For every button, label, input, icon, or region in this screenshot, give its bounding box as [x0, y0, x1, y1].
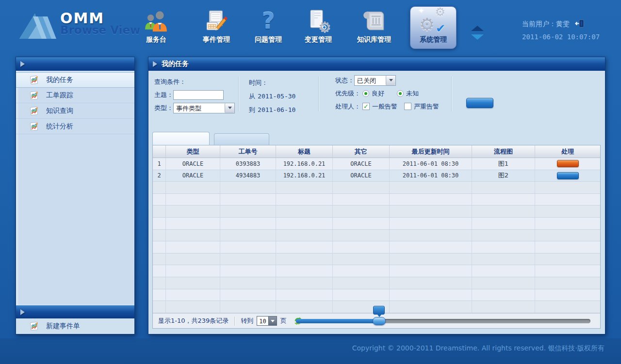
scroll-up-icon[interactable] [471, 26, 484, 31]
sidebar-item-statistics[interactable]: 统计分析 [16, 119, 134, 134]
col-header-action[interactable]: 处理 [535, 145, 600, 158]
radio-checked-icon[interactable] [397, 90, 404, 97]
filter-col-time: 时间： 从 2011-05-30 到 2011-06-10 [249, 77, 295, 118]
cell-title: 192.168.0.21 [276, 158, 333, 170]
sidebar-item-label: 新建事件单 [46, 322, 80, 331]
logout-icon[interactable] [574, 19, 584, 29]
cell-action [535, 158, 600, 170]
col-header-order-no[interactable]: 工单号 [220, 145, 276, 158]
priority-option-unknown[interactable]: 未知 [397, 89, 419, 98]
table-row-empty [153, 182, 600, 194]
status-select-value: 已关闭 [355, 76, 386, 85]
cell-other: ORACLE [333, 158, 390, 170]
sidebar-header-bar [16, 57, 134, 71]
col-header-updated[interactable]: 最后更新时间 [390, 145, 472, 158]
record-summary: 显示1-10，共239条记录 [158, 317, 229, 325]
nav-label: 知识库管理 [351, 35, 397, 44]
sidebar-item-label: 我的任务 [46, 76, 73, 84]
system-icon: ✦ ⚙ ⚙ ✔ [410, 7, 456, 35]
cell-updated: 2011-06-01 08:30 [390, 158, 472, 170]
nav-item-system-mgmt[interactable]: ✦ ⚙ ⚙ ✔ 系统管理 [410, 6, 457, 49]
col-header-other[interactable]: 其它 [333, 145, 390, 158]
handle-button[interactable] [557, 160, 579, 167]
divider [234, 317, 235, 326]
priority-label: 优先级： [335, 89, 360, 98]
sidebar-item-knowledge-query[interactable]: 知识查询 [16, 103, 134, 119]
sidebar-item-my-tasks[interactable]: 我的任务 [16, 72, 134, 88]
search-button[interactable] [466, 98, 493, 108]
priority-option-good[interactable]: 良好 [362, 89, 384, 98]
problem-icon: ? [245, 7, 292, 35]
handler-label: 处理人： [335, 102, 360, 111]
nav-label: 服务台 [133, 35, 180, 44]
tab-1[interactable] [152, 132, 210, 145]
nav-item-problem-mgmt[interactable]: ? 问题管理 [245, 7, 292, 44]
chevron-down-icon [268, 317, 277, 325]
nav-label: 事件管理 [193, 35, 240, 44]
cell-action [535, 170, 600, 182]
cell-order-no: 0393883 [220, 158, 276, 170]
handler-option-severe-alarm[interactable]: 严重告警 [404, 102, 439, 111]
sidebar-item-new-incident[interactable]: 新建事件单 [16, 318, 134, 334]
user-info: 当前用户：黄雯 2011-06-02 10:07:07 [522, 19, 600, 41]
handler-option-general-alarm[interactable]: 一般告警 [362, 102, 397, 111]
page-slider-thumb[interactable] [373, 317, 386, 325]
cell-order-no: 4934883 [220, 170, 276, 182]
sidebar-item-label: 统计分析 [46, 122, 73, 131]
main-panel: 我的任务 查询条件： 主题： 类型： 事件类型 时间： [148, 57, 605, 334]
main-titlebar: 我的任务 [148, 57, 605, 71]
filter-col-criteria: 查询条件： 主题： 类型： 事件类型 [154, 76, 235, 115]
page-slider-marker[interactable] [373, 306, 385, 315]
radio-checked-icon[interactable] [362, 90, 369, 97]
filter-divider [318, 77, 319, 111]
status-label: 状态： [335, 76, 354, 85]
app-header: OMM Browse View 服务台 [0, 0, 621, 56]
sidebar-item-order-tracking[interactable]: 工单跟踪 [16, 88, 134, 103]
nav-item-change-mgmt[interactable]: ⚙ 变更管理 [295, 7, 342, 44]
time-from-label: 从 [249, 92, 255, 101]
table-row[interactable]: 1 ORACLE 0393883 192.168.0.21 ORACLE 201… [153, 158, 600, 170]
page-select[interactable]: 10 [257, 316, 277, 326]
table-body: 1 ORACLE 0393883 192.168.0.21 ORACLE 201… [153, 158, 600, 313]
subject-input[interactable] [173, 90, 224, 100]
flowchart-link[interactable]: 图2 [472, 170, 535, 182]
doc-chart-icon [29, 106, 39, 116]
cell-updated: 2011-06-01 08:30 [390, 170, 472, 182]
col-header-index [153, 145, 166, 158]
row-index: 2 [153, 170, 166, 182]
col-header-title[interactable]: 标题 [276, 145, 333, 158]
page-slider-track[interactable] [296, 319, 590, 323]
flowchart-link[interactable]: 图1 [472, 158, 535, 170]
knowledge-icon [351, 7, 397, 35]
col-header-type[interactable]: 类型 [166, 145, 220, 158]
sidebar-bottom-bar [16, 305, 134, 318]
nav-item-service-desk[interactable]: 服务台 [133, 7, 180, 44]
table-row-empty [153, 206, 600, 218]
tab-2[interactable] [214, 133, 269, 145]
table-row-empty [153, 277, 600, 289]
change-icon: ⚙ [295, 7, 342, 35]
table-row-empty [153, 265, 600, 277]
time-to-value: 2011-06-10 [258, 106, 295, 113]
scroll-down-icon[interactable] [471, 34, 484, 40]
doc-chart-icon [29, 91, 39, 100]
nav-item-knowledge-mgmt[interactable]: 知识库管理 [351, 7, 397, 44]
filter-divider [238, 77, 239, 111]
handle-button[interactable] [557, 172, 579, 179]
sidebar-item-label: 知识查询 [46, 107, 73, 115]
type-select[interactable]: 事件类型 [173, 103, 235, 113]
play-arrow-icon [20, 61, 25, 67]
time-label: 时间： [249, 79, 268, 87]
checkbox-checked-icon[interactable] [362, 103, 370, 110]
nav-label: 变更管理 [295, 35, 342, 44]
type-label: 类型： [154, 104, 173, 112]
table-row[interactable]: 2 ORACLE 4934883 192.168.0.21 ORACLE 201… [153, 170, 600, 182]
nav-item-incident-mgmt[interactable]: 事件管理 [193, 7, 240, 44]
checkbox-unchecked-icon[interactable] [404, 103, 411, 110]
nav-label: 问题管理 [245, 35, 292, 44]
table-row-empty [153, 230, 600, 242]
table-row-empty [153, 218, 600, 230]
table-row-empty [153, 289, 600, 301]
status-select[interactable]: 已关闭 [354, 75, 396, 86]
col-header-flowchart[interactable]: 流程图 [472, 145, 535, 158]
